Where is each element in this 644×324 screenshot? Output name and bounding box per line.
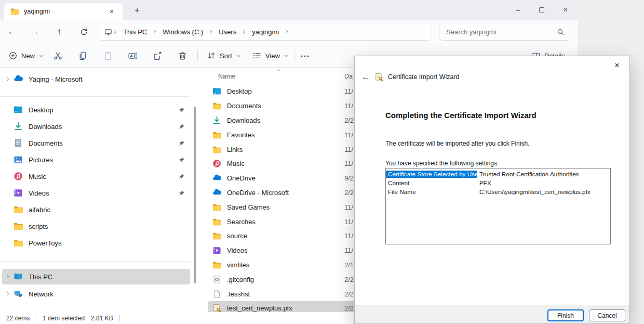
sidebar-item-music[interactable]: Music	[2, 169, 190, 184]
file-date: 9/2	[344, 174, 354, 182]
share-icon	[153, 51, 163, 61]
breadcrumb-users[interactable]: Users	[214, 28, 241, 36]
dialog-back-button[interactable]: ←	[361, 72, 370, 82]
copy-button[interactable]	[73, 48, 92, 63]
sidebar-item-this-pc[interactable]: This PC	[2, 269, 190, 284]
sidebar-item-pictures[interactable]: Pictures	[2, 152, 190, 167]
onedrive-cloud-icon	[14, 74, 23, 84]
sidebar-item-label: Downloads	[29, 123, 62, 131]
music-icon	[14, 172, 23, 181]
view-button[interactable]: View	[248, 48, 293, 63]
file-name: Downloads	[227, 116, 260, 124]
new-tab-button[interactable]: +	[131, 4, 143, 17]
sidebar-item-powertoys[interactable]: PowerToys	[2, 235, 190, 251]
sidebar-item-documents[interactable]: Documents	[2, 135, 190, 151]
settings-row-store[interactable]: Certificate Store Selected by User Trust…	[386, 170, 610, 178]
sidebar-item-scripts[interactable]: scripts	[2, 218, 190, 234]
breadcrumb-windows-c[interactable]: Windows (C:)	[158, 28, 208, 36]
explorer-tab[interactable]: yaqingmi ×	[4, 3, 123, 20]
chevron-right-icon	[112, 29, 118, 35]
more-options-button[interactable]: ···	[296, 48, 315, 63]
certificate-import-wizard-dialog: × ← Certificate Import Wizard Completing…	[354, 56, 630, 324]
window-controls: – ×	[506, 0, 578, 20]
desktop-icon	[14, 105, 23, 114]
sort-ascending-icon	[275, 67, 281, 73]
trash-icon	[178, 51, 187, 61]
address-bar[interactable]: This PC Windows (C:) Users yaqingmi	[99, 23, 432, 41]
rename-button[interactable]	[123, 48, 142, 63]
file-row[interactable]: Documents 11/	[208, 99, 355, 113]
sidebar-item-onedrive-root[interactable]: Yaqing - Microsoft	[2, 71, 190, 87]
forward-button[interactable]: →	[27, 24, 43, 39]
file-row[interactable]: .gitconfig 2/2	[208, 272, 355, 287]
setting-value: PFX	[477, 179, 610, 187]
column-header-name[interactable]: Name	[218, 73, 235, 80]
file-row[interactable]: source 11/	[208, 229, 355, 243]
sidebar-item-label: This PC	[29, 273, 52, 281]
file-row[interactable]: Desktop 11/	[208, 84, 355, 99]
cancel-button[interactable]: Cancel	[589, 309, 625, 321]
dialog-close-button[interactable]: ×	[609, 58, 625, 73]
column-header-date[interactable]: Da	[344, 73, 353, 80]
file-row[interactable]: Saved Games 11/	[208, 200, 355, 214]
tab-close-icon[interactable]: ×	[107, 7, 116, 16]
view-label: View	[265, 52, 280, 60]
file-date: 11/	[344, 146, 353, 153]
selection-count: 1 item selected	[43, 315, 85, 322]
finish-button[interactable]: Finish	[547, 309, 584, 321]
breadcrumb-yaqingmi[interactable]: yaqingmi	[247, 28, 284, 36]
sidebar-item-videos[interactable]: Videos	[2, 185, 190, 201]
delete-button[interactable]	[173, 48, 192, 63]
folder-icon	[14, 238, 23, 248]
settings-row-filename[interactable]: File Name C:\Users\yaqingmi\test_cert_ne…	[386, 188, 610, 197]
chevron-down-icon	[236, 53, 242, 59]
file-row[interactable]: vimfiles 2/1	[208, 258, 355, 273]
up-button[interactable]: ↑	[51, 24, 67, 39]
file-name: .lesshst	[227, 290, 250, 298]
close-button[interactable]: ×	[554, 0, 578, 20]
file-date: 2/2	[344, 290, 354, 298]
settings-row-content[interactable]: Content PFX	[386, 178, 610, 187]
sidebar-item-desktop[interactable]: Desktop	[2, 102, 190, 118]
breadcrumb-this-pc[interactable]: This PC	[118, 28, 152, 36]
file-name: .gitconfig	[227, 276, 254, 283]
folder-icon	[14, 205, 23, 214]
pin-icon	[178, 190, 185, 197]
sidebar-item-downloads[interactable]: Downloads	[2, 119, 190, 134]
documents-icon	[14, 138, 23, 148]
new-button[interactable]: New	[4, 48, 48, 63]
file-row[interactable]: Music 11/	[208, 157, 355, 171]
sidebar-item-aifabric[interactable]: aifabric	[2, 202, 190, 217]
sidebar-item-network[interactable]: Network	[2, 286, 190, 302]
file-row[interactable]: Downloads 2/2	[208, 113, 355, 128]
sidebar-scrollbar[interactable]	[194, 107, 196, 283]
back-button[interactable]: ←	[4, 24, 20, 39]
search-input[interactable]: Search yaqingmi	[439, 23, 571, 41]
file-row[interactable]: OneDrive - Microsoft 2/2	[208, 186, 355, 200]
file-date: 11/	[344, 247, 353, 254]
videos-icon	[14, 188, 23, 198]
maximize-button[interactable]	[530, 0, 554, 20]
share-button[interactable]	[148, 48, 167, 63]
file-row[interactable]: Links 11/	[208, 142, 355, 157]
refresh-button[interactable]	[76, 24, 91, 39]
settings-listbox[interactable]: Certificate Store Selected by User Trust…	[385, 168, 611, 244]
folder-icon	[212, 203, 221, 212]
file-row[interactable]: .lesshst 2/2	[208, 287, 355, 301]
chevron-down-icon	[284, 53, 289, 59]
cut-button[interactable]	[48, 48, 67, 63]
videos-icon	[212, 246, 221, 255]
sort-button[interactable]: Sort	[203, 48, 246, 63]
minimize-button[interactable]: –	[506, 0, 530, 20]
file-date: 11/	[344, 203, 353, 211]
paste-button[interactable]	[98, 48, 117, 63]
file-row[interactable]: Searches 11/	[208, 214, 355, 229]
pictures-icon	[14, 155, 23, 164]
sidebar-item-label: Yaqing - Microsoft	[29, 75, 83, 83]
toolbar-separator	[197, 50, 198, 61]
sidebar-item-label: aifabric	[29, 206, 50, 214]
file-row[interactable]: OneDrive 9/2	[208, 171, 355, 186]
onedrive-cloud-icon	[212, 174, 221, 183]
file-row[interactable]: Favorites 11/	[208, 127, 355, 142]
file-row[interactable]: Videos 11/	[208, 243, 355, 258]
